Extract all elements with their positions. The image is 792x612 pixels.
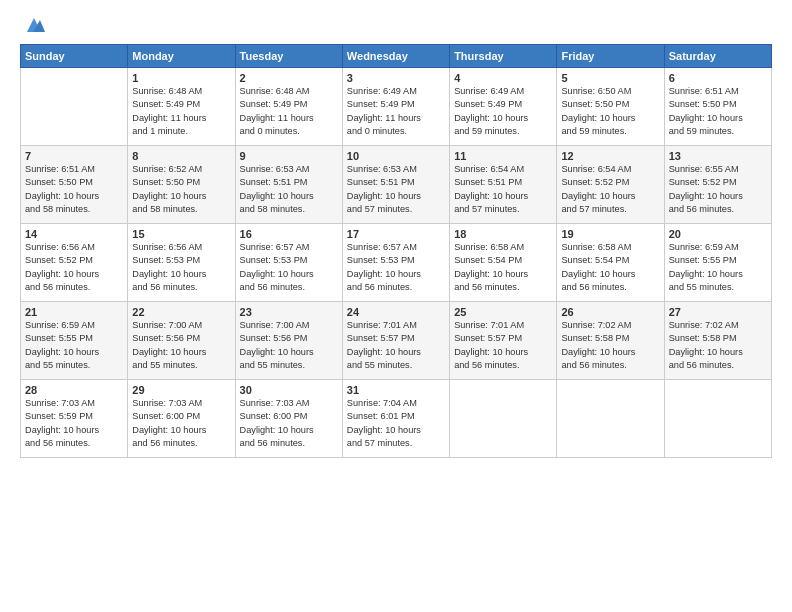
cell-text: Sunrise: 7:02 AMSunset: 5:58 PMDaylight:…: [561, 320, 635, 370]
page: SundayMondayTuesdayWednesdayThursdayFrid…: [0, 0, 792, 612]
cell-text: Sunrise: 6:56 AMSunset: 5:53 PMDaylight:…: [132, 242, 206, 292]
calendar-cell: 25Sunrise: 7:01 AMSunset: 5:57 PMDayligh…: [450, 302, 557, 380]
cell-text: Sunrise: 7:03 AMSunset: 5:59 PMDaylight:…: [25, 398, 99, 448]
week-row-3: 14Sunrise: 6:56 AMSunset: 5:52 PMDayligh…: [21, 224, 772, 302]
day-number: 26: [561, 306, 659, 318]
day-number: 5: [561, 72, 659, 84]
day-number: 14: [25, 228, 123, 240]
day-number: 8: [132, 150, 230, 162]
day-number: 31: [347, 384, 445, 396]
day-number: 17: [347, 228, 445, 240]
cell-text: Sunrise: 6:51 AMSunset: 5:50 PMDaylight:…: [669, 86, 743, 136]
cell-text: Sunrise: 6:59 AMSunset: 5:55 PMDaylight:…: [25, 320, 99, 370]
calendar-cell: 8Sunrise: 6:52 AMSunset: 5:50 PMDaylight…: [128, 146, 235, 224]
calendar-cell: 5Sunrise: 6:50 AMSunset: 5:50 PMDaylight…: [557, 68, 664, 146]
logo: [20, 18, 45, 36]
day-number: 19: [561, 228, 659, 240]
calendar-cell: [450, 380, 557, 458]
calendar-cell: 6Sunrise: 6:51 AMSunset: 5:50 PMDaylight…: [664, 68, 771, 146]
day-number: 30: [240, 384, 338, 396]
cell-text: Sunrise: 7:00 AMSunset: 5:56 PMDaylight:…: [240, 320, 314, 370]
weekday-header-friday: Friday: [557, 45, 664, 68]
calendar-cell: 18Sunrise: 6:58 AMSunset: 5:54 PMDayligh…: [450, 224, 557, 302]
weekday-header-wednesday: Wednesday: [342, 45, 449, 68]
calendar-cell: 22Sunrise: 7:00 AMSunset: 5:56 PMDayligh…: [128, 302, 235, 380]
day-number: 12: [561, 150, 659, 162]
cell-text: Sunrise: 6:48 AMSunset: 5:49 PMDaylight:…: [240, 86, 314, 136]
day-number: 28: [25, 384, 123, 396]
cell-text: Sunrise: 7:02 AMSunset: 5:58 PMDaylight:…: [669, 320, 743, 370]
week-row-2: 7Sunrise: 6:51 AMSunset: 5:50 PMDaylight…: [21, 146, 772, 224]
cell-text: Sunrise: 6:53 AMSunset: 5:51 PMDaylight:…: [347, 164, 421, 214]
calendar-cell: 26Sunrise: 7:02 AMSunset: 5:58 PMDayligh…: [557, 302, 664, 380]
day-number: 11: [454, 150, 552, 162]
calendar-cell: 2Sunrise: 6:48 AMSunset: 5:49 PMDaylight…: [235, 68, 342, 146]
cell-text: Sunrise: 7:03 AMSunset: 6:00 PMDaylight:…: [132, 398, 206, 448]
calendar-cell: 17Sunrise: 6:57 AMSunset: 5:53 PMDayligh…: [342, 224, 449, 302]
calendar-cell: 30Sunrise: 7:03 AMSunset: 6:00 PMDayligh…: [235, 380, 342, 458]
cell-text: Sunrise: 6:54 AMSunset: 5:51 PMDaylight:…: [454, 164, 528, 214]
calendar-cell: [664, 380, 771, 458]
day-number: 4: [454, 72, 552, 84]
cell-text: Sunrise: 6:58 AMSunset: 5:54 PMDaylight:…: [454, 242, 528, 292]
day-number: 20: [669, 228, 767, 240]
calendar-cell: [21, 68, 128, 146]
cell-text: Sunrise: 6:56 AMSunset: 5:52 PMDaylight:…: [25, 242, 99, 292]
weekday-header-tuesday: Tuesday: [235, 45, 342, 68]
week-row-1: 1Sunrise: 6:48 AMSunset: 5:49 PMDaylight…: [21, 68, 772, 146]
calendar-cell: 23Sunrise: 7:00 AMSunset: 5:56 PMDayligh…: [235, 302, 342, 380]
calendar-cell: 19Sunrise: 6:58 AMSunset: 5:54 PMDayligh…: [557, 224, 664, 302]
cell-text: Sunrise: 6:48 AMSunset: 5:49 PMDaylight:…: [132, 86, 206, 136]
day-number: 10: [347, 150, 445, 162]
cell-text: Sunrise: 6:49 AMSunset: 5:49 PMDaylight:…: [454, 86, 528, 136]
weekday-header-thursday: Thursday: [450, 45, 557, 68]
cell-text: Sunrise: 6:58 AMSunset: 5:54 PMDaylight:…: [561, 242, 635, 292]
day-number: 21: [25, 306, 123, 318]
calendar-cell: 3Sunrise: 6:49 AMSunset: 5:49 PMDaylight…: [342, 68, 449, 146]
day-number: 23: [240, 306, 338, 318]
week-row-4: 21Sunrise: 6:59 AMSunset: 5:55 PMDayligh…: [21, 302, 772, 380]
day-number: 27: [669, 306, 767, 318]
calendar-cell: 4Sunrise: 6:49 AMSunset: 5:49 PMDaylight…: [450, 68, 557, 146]
calendar-cell: 9Sunrise: 6:53 AMSunset: 5:51 PMDaylight…: [235, 146, 342, 224]
cell-text: Sunrise: 7:01 AMSunset: 5:57 PMDaylight:…: [454, 320, 528, 370]
calendar-cell: 21Sunrise: 6:59 AMSunset: 5:55 PMDayligh…: [21, 302, 128, 380]
logo-icon: [23, 16, 45, 36]
day-number: 15: [132, 228, 230, 240]
weekday-header-monday: Monday: [128, 45, 235, 68]
day-number: 22: [132, 306, 230, 318]
week-row-5: 28Sunrise: 7:03 AMSunset: 5:59 PMDayligh…: [21, 380, 772, 458]
cell-text: Sunrise: 6:55 AMSunset: 5:52 PMDaylight:…: [669, 164, 743, 214]
calendar-cell: 16Sunrise: 6:57 AMSunset: 5:53 PMDayligh…: [235, 224, 342, 302]
calendar-cell: 20Sunrise: 6:59 AMSunset: 5:55 PMDayligh…: [664, 224, 771, 302]
day-number: 25: [454, 306, 552, 318]
day-number: 2: [240, 72, 338, 84]
calendar-cell: 13Sunrise: 6:55 AMSunset: 5:52 PMDayligh…: [664, 146, 771, 224]
day-number: 9: [240, 150, 338, 162]
calendar-cell: 11Sunrise: 6:54 AMSunset: 5:51 PMDayligh…: [450, 146, 557, 224]
calendar-cell: 14Sunrise: 6:56 AMSunset: 5:52 PMDayligh…: [21, 224, 128, 302]
calendar-cell: 10Sunrise: 6:53 AMSunset: 5:51 PMDayligh…: [342, 146, 449, 224]
cell-text: Sunrise: 7:03 AMSunset: 6:00 PMDaylight:…: [240, 398, 314, 448]
cell-text: Sunrise: 6:53 AMSunset: 5:51 PMDaylight:…: [240, 164, 314, 214]
day-number: 24: [347, 306, 445, 318]
day-number: 16: [240, 228, 338, 240]
cell-text: Sunrise: 6:59 AMSunset: 5:55 PMDaylight:…: [669, 242, 743, 292]
weekday-header-saturday: Saturday: [664, 45, 771, 68]
header: [20, 18, 772, 36]
cell-text: Sunrise: 6:57 AMSunset: 5:53 PMDaylight:…: [347, 242, 421, 292]
cell-text: Sunrise: 6:50 AMSunset: 5:50 PMDaylight:…: [561, 86, 635, 136]
day-number: 13: [669, 150, 767, 162]
cell-text: Sunrise: 6:52 AMSunset: 5:50 PMDaylight:…: [132, 164, 206, 214]
cell-text: Sunrise: 7:00 AMSunset: 5:56 PMDaylight:…: [132, 320, 206, 370]
calendar-cell: 1Sunrise: 6:48 AMSunset: 5:49 PMDaylight…: [128, 68, 235, 146]
calendar-cell: 15Sunrise: 6:56 AMSunset: 5:53 PMDayligh…: [128, 224, 235, 302]
day-number: 3: [347, 72, 445, 84]
calendar-cell: [557, 380, 664, 458]
day-number: 18: [454, 228, 552, 240]
day-number: 1: [132, 72, 230, 84]
calendar-cell: 12Sunrise: 6:54 AMSunset: 5:52 PMDayligh…: [557, 146, 664, 224]
weekday-header-sunday: Sunday: [21, 45, 128, 68]
calendar-cell: 28Sunrise: 7:03 AMSunset: 5:59 PMDayligh…: [21, 380, 128, 458]
calendar-cell: 27Sunrise: 7:02 AMSunset: 5:58 PMDayligh…: [664, 302, 771, 380]
